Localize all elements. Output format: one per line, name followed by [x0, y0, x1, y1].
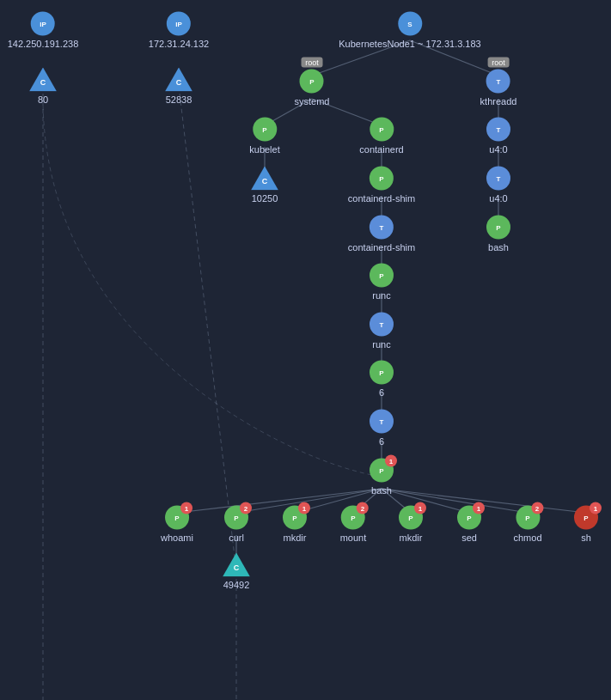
- p-bash-main-circle: P 1: [370, 459, 394, 483]
- p-curl: P 2 curl: [224, 506, 248, 543]
- p-bash-main: P 1 bash: [370, 459, 394, 496]
- t-kthreadd: root T kthreadd: [480, 58, 517, 107]
- ip-circle-1: IP: [31, 12, 55, 36]
- t-containerd-shim: T containerd-shim: [348, 216, 415, 253]
- c-label-80: 80: [38, 94, 48, 105]
- p-runc-circle: P: [370, 264, 394, 288]
- p-curl-circle: P 2: [224, 506, 248, 530]
- p-mkdir1-circle: P 1: [283, 506, 307, 530]
- p-mkdir2-circle: P 1: [399, 506, 423, 530]
- ip-node-1: IP 142.250.191.238: [8, 12, 79, 49]
- t-runc: T runc: [370, 313, 394, 350]
- bash-main-label: bash: [371, 485, 392, 496]
- curl-label: curl: [229, 533, 244, 543]
- t-u4-2-circle: T: [486, 167, 510, 191]
- containerd-shim-t-label: containerd-shim: [348, 242, 415, 253]
- c-node-49492: C 49492: [223, 553, 250, 590]
- mkdir1-label: mkdir: [284, 533, 307, 543]
- kubelet-label: kubelet: [249, 144, 279, 155]
- t-u4-2: T u4:0: [486, 167, 510, 204]
- chmod-label: chmod: [513, 533, 541, 543]
- p-sed: P 1 sed: [457, 506, 481, 543]
- containerd-shim-p-label: containerd-shim: [348, 193, 415, 204]
- c-label-49492: 49492: [223, 580, 250, 590]
- p-sh-circle: P 1: [574, 506, 598, 530]
- p-bash-sub-circle: P: [486, 216, 510, 240]
- whoami-label: whoami: [161, 533, 193, 543]
- p-6-circle: P: [370, 361, 394, 385]
- u4-2-label: u4:0: [489, 193, 507, 204]
- p-kubelet: P kubelet: [249, 118, 279, 155]
- p-mount: P 2 mount: [340, 506, 367, 543]
- mkdir1-badge: 1: [298, 502, 310, 514]
- p-mount-circle: P 2: [341, 506, 365, 530]
- sh-label: sh: [581, 533, 591, 543]
- p-runc: P runc: [370, 264, 394, 301]
- runc-p-label: runc: [372, 290, 390, 301]
- chmod-badge: 2: [531, 502, 543, 514]
- t-containerd-shim-circle: T: [370, 216, 394, 240]
- c-node-10250: C 10250: [251, 167, 278, 204]
- c-node-52838: C 52838: [165, 68, 192, 105]
- t-6: T 6: [370, 410, 394, 447]
- p-6-label: 6: [379, 387, 384, 398]
- whoami-badge: 1: [180, 502, 192, 514]
- p-whoami: P 1 whoami: [161, 506, 193, 543]
- t-u4-1-circle: T: [486, 118, 510, 142]
- t-kthreadd-circle: T: [486, 70, 510, 94]
- mount-label: mount: [340, 533, 367, 543]
- sed-badge: 1: [473, 502, 485, 514]
- s-circle: S: [398, 12, 422, 36]
- c-label-52838: 52838: [166, 94, 192, 105]
- p-chmod-circle: P 2: [516, 506, 540, 530]
- containerd-label: containerd: [359, 144, 403, 155]
- svg-line-1: [179, 86, 236, 571]
- p-systemd: root P systemd: [295, 58, 330, 107]
- p-containerd-shim: P containerd-shim: [348, 167, 415, 204]
- c-node-80: C 80: [29, 68, 57, 105]
- p-whoami-circle: P 1: [165, 506, 189, 530]
- p-mkdir1: P 1 mkdir: [283, 506, 307, 543]
- p-containerd-circle: P: [370, 118, 394, 142]
- t-6-circle: T: [370, 410, 394, 434]
- p-chmod: P 2 chmod: [513, 506, 541, 543]
- t-u4-1: T u4:0: [486, 118, 510, 155]
- c-label-10250: 10250: [252, 193, 278, 204]
- p-mkdir2: P 1 mkdir: [399, 506, 423, 543]
- mkdir2-label: mkdir: [400, 533, 423, 543]
- runc-t-label: runc: [372, 339, 390, 350]
- u4-1-label: u4:0: [489, 144, 507, 155]
- sed-label: sed: [461, 533, 477, 543]
- p-containerd-shim-circle: P: [370, 167, 394, 191]
- ip-label-2: 172.31.24.132: [149, 39, 209, 49]
- curl-badge: 2: [240, 502, 252, 514]
- ip-node-2: IP 172.31.24.132: [149, 12, 209, 49]
- p-systemd-circle: P: [300, 70, 324, 94]
- bash-badge: 1: [385, 455, 397, 467]
- mkdir2-badge: 1: [414, 502, 426, 514]
- sh-badge: 1: [590, 502, 602, 514]
- p-bash-sub: P bash: [486, 216, 510, 253]
- t-runc-circle: T: [370, 313, 394, 337]
- kthreadd-root-tag: root: [487, 58, 510, 68]
- p-6: P 6: [370, 361, 394, 398]
- s-label: KubernetesNode1 ~ 172.31.3.183: [339, 39, 480, 49]
- kthreadd-label: kthreadd: [480, 96, 517, 107]
- ip-label-1: 142.250.191.238: [8, 39, 79, 49]
- systemd-label: systemd: [295, 96, 330, 107]
- ip-circle-2: IP: [167, 12, 191, 36]
- bash-sub-label: bash: [488, 242, 509, 253]
- s-node: S KubernetesNode1 ~ 172.31.3.183: [339, 12, 480, 49]
- t-6-label: 6: [379, 436, 384, 447]
- systemd-root-tag: root: [301, 58, 323, 68]
- p-sh: P 1 sh: [574, 506, 598, 543]
- p-sed-circle: P 1: [457, 506, 481, 530]
- p-containerd: P containerd: [359, 118, 403, 155]
- p-kubelet-circle: P: [253, 118, 277, 142]
